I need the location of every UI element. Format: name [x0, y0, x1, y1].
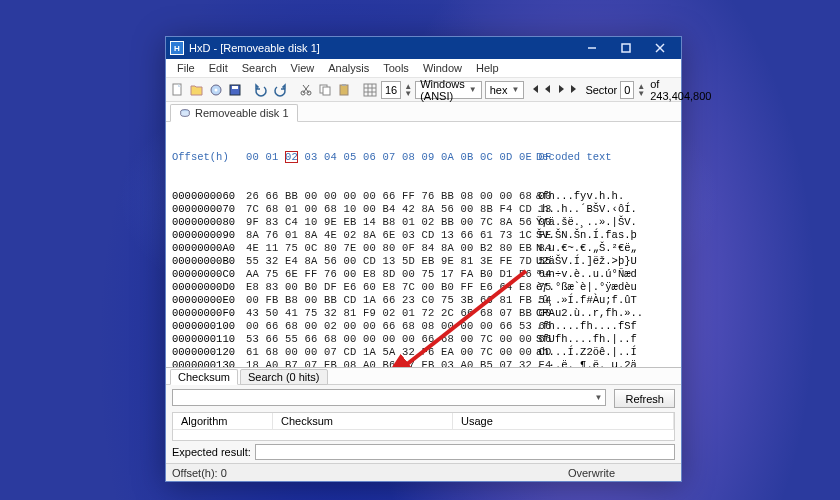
hex-row[interactable]: 00000000F043 50 41 75 32 81 F9 02 01 72 … — [172, 307, 675, 320]
nav-prev-icon[interactable] — [543, 84, 553, 96]
cut-icon[interactable] — [298, 81, 314, 99]
svg-point-6 — [215, 88, 218, 91]
refresh-button[interactable]: Refresh — [614, 389, 675, 408]
hex-offset: 00000000F0 — [172, 307, 246, 320]
open-disk-icon[interactable] — [208, 81, 224, 99]
hex-ascii[interactable]: SfUfh....fh.|..f — [528, 333, 637, 346]
menu-edit[interactable]: Edit — [202, 60, 235, 76]
tab-checksum[interactable]: Checksum — [170, 369, 238, 385]
hex-row[interactable]: 00000000A04E 11 75 0C 80 7E 00 80 0F 84 … — [172, 242, 675, 255]
bottom-panel-tabs: Checksum Search (0 hits) — [166, 368, 681, 385]
hex-row[interactable]: 000000006026 66 BB 00 00 00 00 66 FF 76 … — [172, 190, 675, 203]
undo-icon[interactable] — [253, 81, 269, 99]
menu-tools[interactable]: Tools — [376, 60, 416, 76]
redo-icon[interactable] — [272, 81, 288, 99]
hex-ascii[interactable]: U2äŠV.Í.]ëž.>þ}U — [528, 255, 637, 268]
hex-bytes[interactable]: AA 75 6E FF 76 00 E8 8D 00 75 17 FA B0 D… — [246, 268, 528, 281]
save-icon[interactable] — [227, 81, 243, 99]
hex-offset: 00000000C0 — [172, 268, 246, 281]
expected-result-label: Expected result: — [172, 446, 251, 458]
tab-active[interactable]: Removeable disk 1 — [170, 104, 298, 122]
open-file-icon[interactable] — [189, 81, 205, 99]
col-checksum[interactable]: Checksum — [273, 413, 453, 430]
hex-ascii[interactable]: .fh....fh....fSf — [528, 320, 637, 333]
hex-ascii[interactable]: N.u.€~.€.„Š.²€ë„ — [528, 242, 637, 255]
hex-ascii[interactable]: &fh...fyv.h.h. — [528, 190, 624, 203]
nav-first-icon[interactable] — [530, 84, 540, 96]
maximize-button[interactable] — [609, 37, 643, 59]
copy-icon[interactable] — [317, 81, 333, 99]
menu-view[interactable]: View — [284, 60, 322, 76]
hex-row[interactable]: 00000000908A 76 01 8A 4E 02 8A 6E 03 CD … — [172, 229, 675, 242]
checksum-table: Algorithm Checksum Usage — [172, 412, 675, 441]
hex-bytes[interactable]: 26 66 BB 00 00 00 00 66 FF 76 BB 08 00 0… — [246, 190, 528, 203]
base-dropdown[interactable]: hex▼ — [485, 81, 525, 99]
col-usage[interactable]: Usage — [453, 413, 674, 430]
hex-bytes[interactable]: 7C 68 01 00 68 10 00 B4 42 8A 56 00 8B F… — [246, 203, 528, 216]
tab-search[interactable]: Search (0 hits) — [240, 369, 328, 385]
hex-row[interactable]: 00000000809F 83 C4 10 9E EB 14 B8 01 02 … — [172, 216, 675, 229]
paste-icon[interactable] — [336, 81, 352, 99]
hex-row[interactable]: 00000000D0E8 83 00 B0 DF E6 60 E8 7C 00 … — [172, 281, 675, 294]
tab-label: Removeable disk 1 — [195, 107, 289, 119]
sector-input[interactable]: 0 — [620, 81, 634, 99]
menu-file[interactable]: File — [170, 60, 202, 76]
spinner-icon[interactable]: ▲▼ — [637, 83, 645, 97]
nav-last-icon[interactable] — [569, 84, 579, 96]
encoding-dropdown[interactable]: Windows (ANSI)▼ — [415, 81, 482, 99]
hex-bytes[interactable]: 61 68 00 00 07 CD 1A 5A 32 F6 EA 00 7C 0… — [246, 346, 528, 359]
svg-rect-15 — [364, 84, 376, 96]
document-tabs: Removeable disk 1 — [166, 102, 681, 122]
hex-offset: 00000000A0 — [172, 242, 246, 255]
hex-bytes[interactable]: 43 50 41 75 32 81 F9 02 01 72 2C 66 68 0… — [246, 307, 528, 320]
hex-offset: 0000000090 — [172, 229, 246, 242]
algorithm-dropdown[interactable]: ▼ — [172, 389, 606, 406]
close-button[interactable] — [643, 37, 677, 59]
hex-row[interactable]: 00000000B055 32 E4 8A 56 00 CD 13 5D EB … — [172, 255, 675, 268]
menu-help[interactable]: Help — [469, 60, 506, 76]
expected-result-input[interactable] — [255, 444, 675, 460]
hex-bytes[interactable]: 4E 11 75 0C 80 7E 00 80 0F 84 8A 00 B2 8… — [246, 242, 528, 255]
hex-ascii[interactable]: ah...Í.Z2öê.|..Í — [528, 346, 637, 359]
new-file-icon[interactable] — [170, 81, 186, 99]
hex-ascii[interactable]: ªun÷v.è..u.ú°Ñæd — [528, 268, 637, 281]
encoding-value: Windows (ANSI) — [420, 78, 465, 102]
hex-bytes[interactable]: 8A 76 01 8A 4E 02 8A 6E 03 CD 13 66 61 7… — [246, 229, 528, 242]
hex-bytes[interactable]: 18 A0 B7 07 EB 08 A0 B6 07 EB 03 A0 B5 0… — [246, 359, 528, 367]
hex-bytes[interactable]: E8 83 00 B0 DF E6 60 E8 7C 00 B0 FF E6 6… — [246, 281, 528, 294]
nav-next-icon[interactable] — [556, 84, 566, 96]
hex-ascii[interactable]: .h..h..´BŠV.‹ôÍ. — [528, 203, 637, 216]
hex-ascii[interactable]: .û¸.»Í.f#Àu;f.ûT — [528, 294, 637, 307]
hex-bytes[interactable]: 00 66 68 00 02 00 00 66 68 08 00 00 00 6… — [246, 320, 528, 333]
hex-row[interactable]: 000000013018 A0 B7 07 EB 08 A0 B6 07 EB … — [172, 359, 675, 367]
hex-row[interactable]: 00000000707C 68 01 00 68 10 00 B4 42 8A … — [172, 203, 675, 216]
hex-offset: 00000000B0 — [172, 255, 246, 268]
spinner-icon[interactable]: ▲▼ — [404, 83, 412, 97]
hex-offset: 0000000060 — [172, 190, 246, 203]
hex-ascii[interactable]: Ÿƒä.šë.¸..».|ŠV. — [528, 216, 637, 229]
hex-row[interactable]: 00000000C0AA 75 6E FF 76 00 E8 8D 00 75 … — [172, 268, 675, 281]
svg-rect-14 — [342, 84, 346, 86]
bytes-per-row-input[interactable]: 16 — [381, 81, 401, 99]
menu-analysis[interactable]: Analysis — [321, 60, 376, 76]
hex-ascii[interactable]: . ·.ë. ¶.ë. µ.2ä — [528, 359, 637, 367]
col-algorithm[interactable]: Algorithm — [173, 413, 273, 430]
hex-row[interactable]: 000000010000 66 68 00 02 00 00 66 68 08 … — [172, 320, 675, 333]
hex-row[interactable]: 000000011053 66 55 66 68 00 00 00 00 66 … — [172, 333, 675, 346]
hex-editor-pane[interactable]: Offset(h) 00 01 02 03 04 05 06 07 08 09 … — [166, 122, 681, 367]
hex-ascii[interactable]: èƒ.°ßæ`è|.°ÿædèu — [528, 281, 637, 294]
grid-icon[interactable] — [362, 81, 378, 99]
hex-bytes[interactable]: 9F 83 C4 10 9E EB 14 B8 01 02 BB 00 7C 8… — [246, 216, 528, 229]
menu-search[interactable]: Search — [235, 60, 284, 76]
hex-row[interactable]: 000000012061 68 00 00 07 CD 1A 5A 32 F6 … — [172, 346, 675, 359]
hex-ascii[interactable]: Šv.ŠN.Šn.Í.fas.þ — [528, 229, 637, 242]
hex-bytes[interactable]: 53 66 55 66 68 00 00 00 00 66 68 00 7C 0… — [246, 333, 528, 346]
hex-bytes[interactable]: 00 FB B8 00 BB CD 1A 66 23 C0 75 3B 66 8… — [246, 294, 528, 307]
menu-window[interactable]: Window — [416, 60, 469, 76]
hex-row[interactable]: 00000000E000 FB B8 00 BB CD 1A 66 23 C0 … — [172, 294, 675, 307]
hex-ascii[interactable]: CPAu2.ù..r,fh.».. — [528, 307, 643, 320]
minimize-button[interactable] — [575, 37, 609, 59]
svg-rect-12 — [323, 87, 330, 95]
hex-bytes[interactable]: 55 32 E4 8A 56 00 CD 13 5D EB 9E 81 3E F… — [246, 255, 528, 268]
titlebar[interactable]: H HxD - [Removeable disk 1] — [166, 37, 681, 59]
